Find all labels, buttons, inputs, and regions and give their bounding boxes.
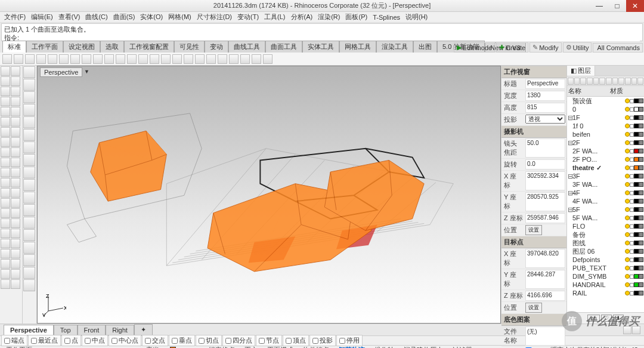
toolbar-tab[interactable]: 工作视窗配置	[124, 41, 174, 53]
tool-icon[interactable]	[1, 87, 10, 96]
status-toggle[interactable]: 物件锁点	[299, 345, 333, 348]
tab-layers[interactable]: ◧图层	[567, 66, 595, 76]
bulb-icon[interactable]	[625, 257, 630, 262]
layer-tool-icon[interactable]	[606, 78, 612, 85]
bulb-icon[interactable]	[625, 182, 630, 187]
prop-tpos-btn[interactable]: 设置	[525, 303, 542, 313]
color-swatch[interactable]	[634, 98, 639, 103]
color-swatch[interactable]	[634, 174, 639, 178]
layer-tool-icon[interactable]	[574, 78, 580, 85]
osnap-checkbox[interactable]	[259, 338, 265, 344]
toolbar-tab[interactable]: 工作平面	[26, 41, 63, 53]
tool-icon[interactable]	[1, 137, 10, 147]
bulb-icon[interactable]	[625, 107, 630, 112]
toolbar-tab[interactable]: 变动	[205, 41, 228, 53]
status-layer[interactable]: theatre	[166, 346, 202, 349]
tb-command[interactable]: ⚙Utility	[563, 42, 592, 53]
close-button[interactable]: ✕	[626, 0, 644, 12]
toolbar-tab[interactable]: 选取	[100, 41, 124, 53]
osnap-checkbox[interactable]	[286, 338, 292, 344]
bulb-icon[interactable]	[625, 266, 630, 270]
tool-icon[interactable]	[11, 239, 20, 248]
tool-icon[interactable]	[11, 218, 20, 228]
layer-row[interactable]: 3F WA...	[567, 180, 644, 189]
tool-icon[interactable]	[23, 192, 35, 204]
layer-row[interactable]: 1f 0	[567, 122, 644, 130]
mat-swatch[interactable]	[639, 207, 643, 212]
menu-item[interactable]: 曲线(C)	[83, 12, 109, 22]
color-swatch[interactable]	[634, 224, 639, 229]
bulb-icon[interactable]	[625, 274, 630, 279]
tool-icon[interactable]	[1, 76, 10, 86]
tool-icon[interactable]	[1, 279, 10, 289]
tool-icon[interactable]	[1, 239, 10, 248]
tool-icon[interactable]	[23, 267, 35, 279]
status-toggle[interactable]: 操作轴	[371, 345, 398, 348]
layer-row[interactable]: ⊟5F	[567, 205, 644, 214]
lock-icon[interactable]	[630, 283, 634, 287]
prop-tgtz-v[interactable]: 4166.696	[525, 291, 565, 301]
toolbar-icon[interactable]	[2, 54, 12, 64]
maximize-button[interactable]: □	[608, 0, 626, 12]
bulb-icon[interactable]	[625, 140, 630, 145]
menu-item[interactable]: 工具(L)	[262, 12, 287, 22]
tool-icon[interactable]	[11, 137, 20, 147]
menu-item[interactable]: 说明(H)	[404, 12, 429, 22]
layer-row[interactable]: FLO	[567, 222, 644, 230]
lock-icon[interactable]	[630, 199, 634, 204]
layer-tool-icon[interactable]	[568, 78, 574, 85]
color-swatch[interactable]	[634, 124, 639, 128]
mat-swatch[interactable]	[639, 266, 643, 270]
tool-icon[interactable]	[1, 127, 10, 137]
color-swatch[interactable]	[634, 257, 639, 262]
tool-icon[interactable]	[23, 217, 35, 229]
osnap-checkbox[interactable]	[112, 338, 117, 344]
color-swatch[interactable]	[634, 282, 639, 287]
tool-icon[interactable]	[1, 208, 10, 218]
status-toggle[interactable]: 锁定格点	[205, 345, 239, 348]
prop-camx-v[interactable]: 302592.334	[525, 171, 565, 190]
tool-icon[interactable]	[11, 269, 20, 279]
tool-icon[interactable]	[1, 249, 10, 258]
color-swatch[interactable]	[634, 132, 639, 137]
tool-icon[interactable]	[23, 242, 35, 254]
lock-icon[interactable]	[630, 174, 634, 178]
mat-swatch[interactable]	[639, 132, 643, 137]
status-toggle[interactable]: 记录建构历史	[400, 345, 447, 348]
layer-row[interactable]: 2F PO...	[567, 155, 644, 164]
bulb-icon[interactable]	[625, 215, 630, 220]
layer-hdr-name[interactable]: 名称	[567, 86, 609, 96]
mat-swatch[interactable]	[639, 174, 643, 178]
color-swatch[interactable]	[634, 232, 639, 237]
toolbar-icon[interactable]	[93, 54, 103, 64]
tool-icon[interactable]	[1, 259, 10, 269]
bulb-icon[interactable]	[625, 98, 630, 103]
toolbar-icon[interactable]	[218, 54, 227, 64]
menu-item[interactable]: 网格(M)	[166, 12, 193, 22]
osnap-checkbox[interactable]	[312, 338, 318, 344]
tool-icon[interactable]	[1, 198, 10, 208]
layer-row[interactable]: HANDRAIL	[567, 281, 644, 289]
color-swatch[interactable]	[634, 140, 639, 145]
bulb-icon[interactable]	[625, 165, 630, 170]
osnap-checkbox[interactable]	[225, 338, 231, 344]
tool-icon[interactable]	[23, 179, 35, 191]
tool-icon[interactable]	[23, 79, 35, 91]
prop-title-v[interactable]: Perspective	[525, 79, 565, 89]
viewport-perspective[interactable]: Perspective ▼	[37, 66, 501, 324]
mat-swatch[interactable]	[639, 157, 643, 162]
tool-icon[interactable]	[11, 158, 20, 167]
bulb-icon[interactable]	[625, 199, 630, 204]
lock-icon[interactable]	[630, 233, 634, 237]
color-swatch[interactable]	[634, 190, 639, 195]
tool-icon[interactable]	[1, 97, 10, 106]
bulb-icon[interactable]	[625, 124, 630, 128]
toolbar-tab[interactable]: 实体工具	[302, 41, 339, 53]
tool-icon[interactable]	[11, 259, 20, 269]
layer-row[interactable]: ⊟2F	[567, 138, 644, 147]
menu-item[interactable]: T-Splines	[371, 13, 402, 21]
osnap-checkbox[interactable]	[145, 338, 151, 344]
prop-width-v[interactable]: 1380	[525, 91, 565, 101]
minimize-button[interactable]: —	[590, 0, 608, 12]
viewport-tab[interactable]: Top	[54, 325, 78, 335]
